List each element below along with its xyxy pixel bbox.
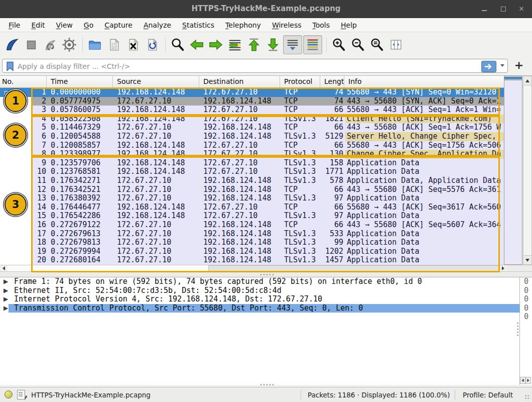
auto-scroll-icon[interactable]	[283, 35, 302, 54]
detail-row-3[interactable]: ▶Internet Protocol Version 4, Src: 192.1…	[0, 295, 519, 304]
go-first-icon[interactable]	[245, 36, 263, 54]
menu-item-help[interactable]: Help	[335, 20, 362, 31]
packet-row-13[interactable]: 130.176380392172.67.27.10192.168.124.148…	[0, 194, 504, 203]
open-file-icon[interactable]	[86, 36, 104, 54]
cell-time: 0.057774975	[51, 97, 113, 106]
cell-proto: TLSv1.3	[284, 150, 320, 159]
pane-splitter[interactable]	[0, 272, 532, 277]
toolbar-separator	[165, 37, 166, 52]
menu-item-view[interactable]: View	[51, 20, 78, 31]
expand-arrow-icon[interactable]: ▶	[4, 277, 8, 286]
close-button[interactable]: ✕	[517, 5, 526, 13]
go-forward-icon[interactable]	[207, 36, 225, 54]
start-capture-icon[interactable]	[3, 36, 21, 54]
packet-row-9[interactable]: 90.123579706192.168.124.148172.67.27.10T…	[0, 159, 504, 168]
menu-item-telephony[interactable]: Telephony	[220, 20, 267, 31]
display-filter-field[interactable]	[2, 59, 508, 73]
packet-row-7[interactable]: 70.120085857192.168.124.148172.67.27.10T…	[0, 141, 504, 150]
zoom-out-icon[interactable]	[349, 36, 367, 54]
column-header-source[interactable]: Source	[113, 76, 199, 88]
menu-item-file[interactable]: File	[3, 20, 26, 31]
bookmark-icon[interactable]	[6, 61, 15, 71]
close-file-icon[interactable]	[124, 36, 142, 54]
packet-row-1[interactable]: 10.000000000192.168.124.148172.67.27.10T…	[0, 88, 504, 97]
resize-columns-icon[interactable]	[387, 36, 405, 54]
hscroll-track[interactable]	[8, 265, 499, 271]
packet-row-19[interactable]: 190.272679994172.67.27.10192.168.124.148…	[0, 247, 504, 256]
status-bar: HTTPS-TryHackMe-Example.pcapng Packets: …	[0, 387, 532, 402]
packet-list-horizontal-scrollbar[interactable]	[0, 265, 532, 272]
stop-capture-icon[interactable]	[22, 36, 40, 54]
bytes-splitter-handle[interactable]	[517, 322, 518, 337]
splitter-handle[interactable]	[259, 274, 275, 275]
capture-comment-icon[interactable]	[17, 390, 25, 399]
packet-minimap-scrollbar[interactable]	[504, 76, 522, 265]
scroll-down-icon[interactable]	[523, 255, 531, 264]
detail-row-2[interactable]: ▶Ethernet II, Src: 52:54:00:7c:d3:5b, Ds…	[0, 286, 519, 295]
column-header-info[interactable]: Info	[344, 76, 504, 88]
add-filter-button-icon[interactable]: +	[513, 59, 525, 72]
column-header-destination[interactable]: Destination	[199, 76, 280, 88]
colorize-icon[interactable]	[303, 35, 322, 54]
menu-item-go[interactable]: Go	[78, 20, 99, 31]
packet-row-16[interactable]: 160.272679122172.67.27.10192.168.124.148…	[0, 221, 504, 230]
find-packet-icon[interactable]	[169, 36, 187, 54]
expert-info-icon[interactable]	[5, 390, 13, 398]
bytes-scroll-right-icon[interactable]	[525, 377, 531, 384]
expand-arrow-icon[interactable]: ▶	[4, 286, 8, 295]
packet-row-12[interactable]: 120.176342521172.67.27.10192.168.124.148…	[0, 185, 504, 194]
menu-item-edit[interactable]: Edit	[26, 20, 50, 31]
menu-item-statistics[interactable]: Statistics	[177, 20, 220, 31]
cell-proto: TCP	[284, 106, 320, 115]
detail-row-4[interactable]: ▶Transmission Control Protocol, Src Port…	[0, 304, 519, 313]
packet-row-3[interactable]: 30.057860075192.168.124.148172.67.27.10T…	[0, 106, 504, 115]
reload-file-icon[interactable]	[143, 36, 161, 54]
packet-row-2[interactable]: 20.057774975172.67.27.10192.168.124.148T…	[0, 97, 504, 106]
packet-row-15[interactable]: 150.176542286192.168.124.148172.67.27.10…	[0, 212, 504, 221]
column-header-no[interactable]: No.	[0, 76, 47, 88]
cell-proto: TLSv1.3	[284, 230, 320, 239]
scroll-left-icon[interactable]	[0, 265, 8, 271]
go-back-icon[interactable]	[188, 36, 206, 54]
scroll-up-icon[interactable]	[523, 76, 531, 85]
packet-row-4[interactable]: 40.058522508192.168.124.148172.67.27.10T…	[0, 115, 504, 124]
menu-item-capture[interactable]: Capture	[99, 20, 138, 31]
packet-row-17[interactable]: 170.272679613172.67.27.10192.168.124.148…	[0, 230, 504, 239]
resize-grip[interactable]	[524, 394, 530, 400]
profile-label[interactable]: Profile: Default	[463, 391, 513, 399]
detail-row-1[interactable]: ▶Frame 1: 74 bytes on wire (592 bits), 7…	[0, 277, 519, 286]
packet-list-vertical-scrollbar[interactable]	[523, 76, 532, 265]
packet-row-10[interactable]: 100.123768581192.168.124.148172.67.27.10…	[0, 167, 504, 176]
apply-filter-button[interactable]	[481, 61, 496, 72]
zoom-in-icon[interactable]	[330, 36, 348, 54]
display-filter-input[interactable]	[17, 60, 340, 73]
column-header-time[interactable]: Time	[47, 76, 113, 88]
menu-item-analyze[interactable]: Analyze	[138, 20, 177, 31]
packet-row-14[interactable]: 140.176446477192.168.124.148172.67.27.10…	[0, 203, 504, 212]
capture-options-icon[interactable]	[60, 36, 78, 54]
hscroll-thumb[interactable]	[208, 265, 504, 271]
expand-arrow-icon[interactable]: ▶	[4, 304, 8, 313]
packet-row-8[interactable]: 80.123398977192.168.124.148172.67.27.10T…	[0, 150, 504, 159]
minimize-button[interactable]	[480, 5, 489, 13]
zoom-reset-icon[interactable]	[368, 36, 386, 54]
menu-item-tools[interactable]: Tools	[307, 20, 336, 31]
filter-dropdown-icon[interactable]	[500, 64, 504, 67]
scroll-right-icon[interactable]	[499, 265, 507, 271]
packet-row-18[interactable]: 180.272679813172.67.27.10192.168.124.148…	[0, 238, 504, 247]
bytes-scroll-left-icon[interactable]	[520, 377, 525, 384]
menu-item-wireless[interactable]: Wireless	[267, 20, 307, 31]
packet-row-6[interactable]: 60.120054588172.67.27.10192.168.124.148T…	[0, 132, 504, 141]
restart-capture-icon[interactable]	[41, 36, 59, 54]
column-header-protocol[interactable]: Protocol	[280, 76, 320, 88]
packet-row-11[interactable]: 110.176342271172.67.27.10192.168.124.148…	[0, 176, 504, 185]
packet-row-20[interactable]: 200.272680164172.67.27.10192.168.124.148…	[0, 256, 504, 265]
go-last-icon[interactable]	[264, 36, 282, 54]
go-to-packet-icon[interactable]	[226, 36, 244, 54]
bottom-splitter-handle[interactable]	[259, 384, 275, 385]
packet-row-5[interactable]: 50.114467329172.67.27.10192.168.124.148T…	[0, 123, 504, 132]
save-file-icon[interactable]: 010101100011	[105, 36, 123, 54]
column-header-length[interactable]: Length	[320, 76, 344, 88]
maximize-button[interactable]	[499, 5, 508, 13]
expand-arrow-icon[interactable]: ▶	[4, 295, 8, 304]
